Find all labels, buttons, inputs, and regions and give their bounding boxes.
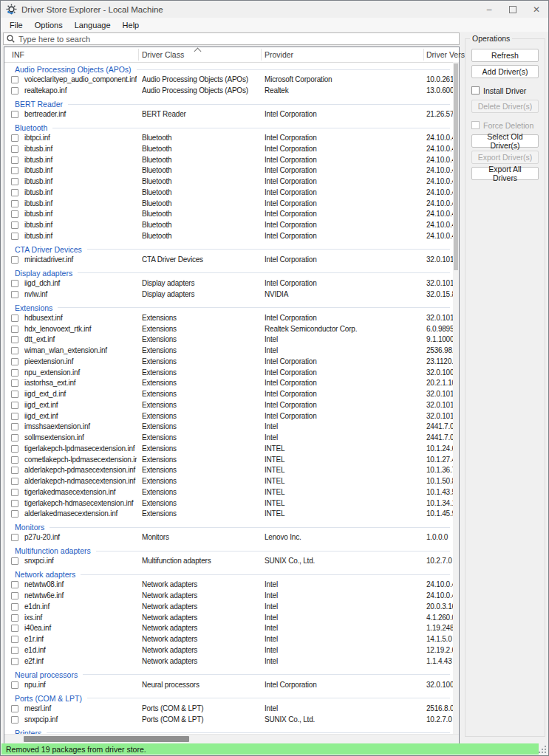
table-row[interactable]: e1d.infNetwork adaptersIntel12.19.2.61 [4,645,453,656]
row-checkbox[interactable] [11,510,18,518]
horizontal-scrollbar-thumb[interactable] [24,736,189,742]
minimize-button[interactable]: – [477,1,501,18]
close-button[interactable]: ✕ [525,1,548,18]
table-row[interactable]: hdx_lenovoext_rtk.infExtensionsRealtek S… [4,324,453,335]
table-row[interactable]: tigerlakepch-hdmasecextension.infExtensi… [4,498,453,509]
group-header[interactable]: Network adapters [4,569,453,580]
table-row[interactable]: tigerlakedmasecextension.infExtensionsIN… [4,487,453,498]
table-row[interactable]: sollmsextension.infExtensionsIntel2441.7… [4,433,453,444]
table-row[interactable]: ibtusb.infBluetoothIntel Corporation24.1… [4,209,453,220]
horizontal-scrollbar[interactable] [4,734,459,743]
row-checkbox[interactable] [11,402,18,409]
row-checkbox[interactable] [11,291,18,298]
table-row[interactable]: ibtusb.infBluetoothIntel Corporation24.1… [4,165,453,176]
table-row[interactable]: imsshsaextension.infExtensionsIntel2441.… [4,422,453,433]
row-checkbox[interactable] [11,716,18,724]
row-checkbox[interactable] [11,379,18,387]
table-row[interactable]: nvlw.infDisplay adaptersNVIDIA32.0.15.81… [4,289,453,300]
table-row[interactable]: i40ea.infNetwork adaptersIntel1.19.248.0 [4,623,453,634]
table-row[interactable]: iigd_ext.infExtensionsIntel Corporation3… [4,411,453,422]
row-checkbox[interactable] [11,636,18,643]
table-row[interactable]: minictadriver.infCTA Driver DevicesIntel… [4,255,453,266]
row-checkbox[interactable] [11,581,18,588]
row-checkbox[interactable] [11,315,18,322]
maximize-button[interactable] [501,1,525,18]
row-checkbox[interactable] [11,534,18,541]
row-checkbox[interactable] [11,134,18,142]
vertical-scrollbar[interactable] [453,62,459,735]
table-row[interactable]: ibtusb.infBluetoothIntel Corporation24.1… [4,220,453,231]
row-checkbox[interactable] [11,489,18,496]
row-checkbox[interactable] [11,647,18,654]
row-checkbox[interactable] [11,681,18,689]
row-checkbox[interactable] [11,167,18,174]
table-row[interactable]: iigd_ext.infExtensionsIntel Corporation3… [4,400,453,411]
table-row[interactable]: p27u-20.infMonitorsLenovo Inc.1.0.0.0 [4,532,453,543]
column-header-driver-version[interactable]: Driver Vers [426,50,465,59]
select-old-driver-s-button[interactable]: Select Old Driver(s) [471,134,539,148]
row-checkbox[interactable] [11,434,18,441]
row-checkbox[interactable] [11,200,18,207]
table-row[interactable]: npu.infNeural processorsIntel Corporatio… [4,680,453,691]
table-row[interactable]: wiman_wlan_extension.infExtensionsIntel2… [4,346,453,357]
row-checkbox[interactable] [11,145,18,153]
menu-item-language[interactable]: Language [69,19,117,31]
table-row[interactable]: cometlakepch-lpdmasecextension.infExtens… [4,455,453,466]
group-header[interactable]: Neural processors [4,670,453,680]
row-checkbox[interactable] [11,467,18,474]
search-box[interactable] [3,32,460,45]
row-checkbox[interactable] [11,326,18,333]
table-row[interactable]: netwtw08.infNetwork adaptersIntel24.10.0… [4,580,453,591]
menu-item-help[interactable]: Help [117,19,146,31]
column-header-provider[interactable]: Provider [265,50,293,59]
row-checkbox[interactable] [11,557,18,565]
table-row[interactable]: ibtusb.infBluetoothIntel Corporation24.1… [4,155,453,166]
row-checkbox[interactable] [11,658,18,665]
search-input[interactable] [18,35,459,44]
row-checkbox[interactable] [11,413,18,420]
menu-item-options[interactable]: Options [29,19,69,31]
menu-item-file[interactable]: File [4,19,29,31]
row-checkbox[interactable] [11,456,18,464]
table-row[interactable]: mesrl.infPorts (COM & LPT)Intel2516.8.0.… [4,704,453,715]
table-row[interactable]: pieextension.infExtensionsIntel Corporat… [4,357,453,368]
install-driver-checkbox[interactable] [471,86,480,94]
column-header-inf[interactable]: INF [12,50,24,59]
row-checkbox[interactable] [11,445,18,453]
row-checkbox[interactable] [11,280,18,287]
group-header[interactable]: Bluetooth [4,123,453,133]
row-checkbox[interactable] [11,76,18,83]
row-checkbox[interactable] [11,369,18,377]
group-header[interactable]: Audio Processing Objects (APOs) [4,64,453,75]
table-row[interactable]: snxpcip.infPorts (COM & LPT)SUNIX Co., L… [4,715,453,726]
table-row[interactable]: snxpci.infMultifunction adaptersSUNIX Co… [4,556,453,567]
row-checkbox[interactable] [11,603,18,611]
row-checkbox[interactable] [11,500,18,507]
row-checkbox[interactable] [11,592,18,599]
column-header-driver-class[interactable]: Driver Class [142,50,184,59]
table-row[interactable]: e1r.infNetwork adaptersIntel14.1.5.0 [4,634,453,645]
group-header[interactable]: BERT Reader [4,99,453,109]
table-row[interactable]: e1dn.infNetwork adaptersIntel20.0.3.16 [4,602,453,613]
table-row[interactable]: iigd_ext_d.infExtensionsIntel Corporatio… [4,389,453,400]
table-row[interactable]: ixs.infNetwork adaptersIntel4.1.260.0 [4,613,453,624]
refresh-button[interactable]: Refresh [471,49,539,62]
row-checkbox[interactable] [11,256,18,264]
table-row[interactable]: iastorhsa_ext.infExtensionsIntel Corpora… [4,378,453,389]
group-header[interactable]: Extensions [4,303,453,313]
resize-grip[interactable] [539,743,548,755]
row-checkbox[interactable] [11,705,18,712]
row-checkbox[interactable] [11,221,18,229]
row-checkbox[interactable] [11,358,18,365]
add-driver-s-button[interactable]: Add Driver(s) [471,65,539,78]
table-row[interactable]: ibtusb.infBluetoothIntel Corporation24.1… [4,231,453,242]
row-checkbox[interactable] [11,210,18,218]
table-row[interactable]: bertreader.infBERT ReaderIntel Corporati… [4,109,453,120]
table-row[interactable]: npu_extension.infExtensionsIntel Corpora… [4,368,453,379]
group-header[interactable]: Monitors [4,522,453,532]
row-checkbox[interactable] [11,178,18,185]
table-row[interactable]: iigd_dch.infDisplay adaptersIntel Corpor… [4,278,453,289]
group-header[interactable]: Ports (COM & LPT) [4,693,453,704]
table-row[interactable]: netwtw6e.infNetwork adaptersIntel24.10.0… [4,591,453,602]
table-row[interactable]: ibtpci.infBluetoothIntel Corporation24.1… [4,133,453,144]
